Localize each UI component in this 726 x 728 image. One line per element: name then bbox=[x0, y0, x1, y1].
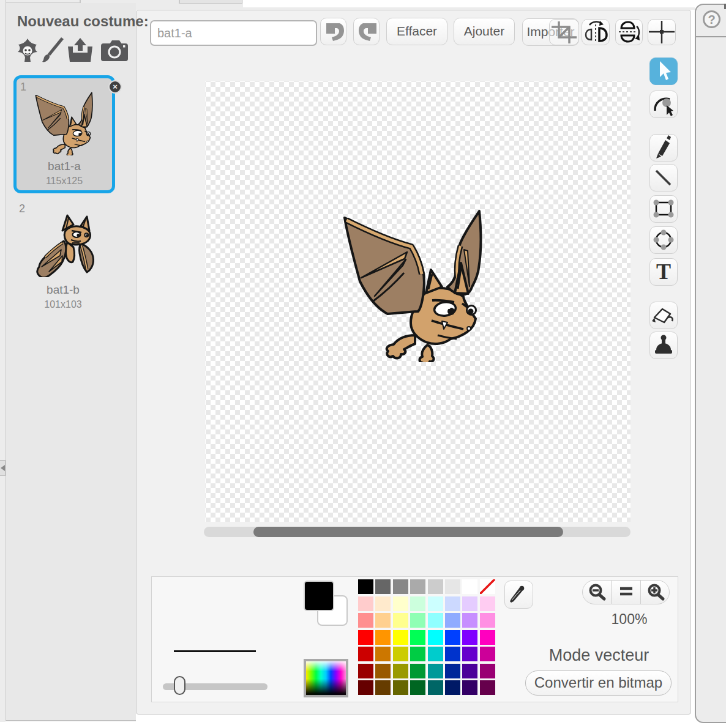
svg-text:T: T bbox=[656, 259, 671, 284]
